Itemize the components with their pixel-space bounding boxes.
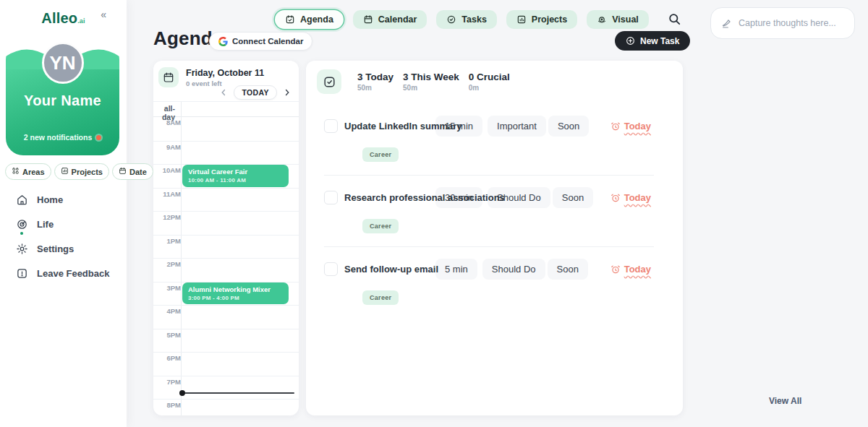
task-row: Update LinkedIn summary15 minImportantSo… [306,104,683,175]
check-square-icon [317,69,341,94]
hour-row[interactable]: 11AM [153,188,299,212]
calendar-panel: Friday, October 11 0 event left TODAY al… [153,61,299,415]
tab-agenda[interactable]: Agenda [275,10,344,29]
stats-groups: 3 Today50m3 This Week50m0 Crucial0m [348,72,510,92]
event-time: 3:00 PM - 4:00 PM [188,295,283,301]
stat-label: 3 Today [357,72,393,82]
hour-row[interactable]: 6PM [153,352,299,376]
task-title[interactable]: Research professional associations [344,192,432,203]
logo-suffix: .ai [77,17,85,25]
hour-label: 1PM [156,237,181,245]
notifications-link[interactable]: 2 new notifications [6,133,119,142]
task-tag[interactable]: Career [362,290,399,305]
now-line [179,392,294,394]
sidebar-item-life[interactable]: Life [0,212,127,236]
hour-row[interactable]: 9AM [153,141,299,165]
new-task-label: New Task [640,36,679,46]
task-priority-pill[interactable]: Important [488,116,546,137]
calendar-event[interactable]: Alumni Networking Mixer3:00 PM - 4:00 PM [182,282,289,305]
hour-row[interactable]: 4PM [153,305,299,329]
tab-visual[interactable]: Visual [587,10,649,29]
task-row: Send follow-up email5 minShould DoSoonTo… [306,247,683,318]
target-icon [16,218,28,230]
task-title[interactable]: Update LinkedIn summary [344,121,432,131]
calendar-header-icon [158,67,179,87]
hour-label: 3PM [156,284,181,292]
projects-chart-icon [61,167,69,176]
hour-label: 8AM [156,118,181,126]
sidebar-collapse-icon[interactable]: « [101,9,106,20]
event-title: Virtual Career Fair [188,168,283,176]
connect-calendar-button[interactable]: Connect Calendar [209,32,312,51]
filter-pill-date[interactable]: Date [112,163,153,180]
hour-label: 7PM [156,378,181,386]
stats-row: 3 Today50m3 This Week50m0 Crucial0m [317,69,510,94]
task-urgency-pill[interactable]: Soon [548,259,588,280]
capture-thoughts-input[interactable] [739,18,847,28]
task-checkbox[interactable] [324,119,338,133]
task-checkbox[interactable] [324,191,338,204]
home-icon [16,194,28,206]
hour-row[interactable]: 12PM [153,211,299,235]
profile-card: YN Your Name 2 new notifications [6,42,119,155]
sidebar-item-home[interactable]: Home [0,188,127,212]
hour-row[interactable]: 8PM [153,399,299,415]
logo: Alleo.ai [0,10,127,27]
tab-calendar[interactable]: Calendar [353,10,427,29]
avatar[interactable]: YN [42,42,84,84]
chevron-left-icon[interactable] [218,87,229,98]
task-tag[interactable]: Career [362,219,399,233]
tab-tasks[interactable]: Tasks [436,10,497,29]
chevron-right-icon[interactable] [282,87,292,98]
calendar-nav: TODAY [218,85,292,100]
calendar-event[interactable]: Virtual Career Fair10:00 AM - 11:00 AM [182,165,289,187]
task-urgency-pill[interactable]: Soon [553,187,593,208]
sidebar-nav: HomeLifeSettingsLeave Feedback [0,188,127,286]
task-title[interactable]: Send follow-up email [344,264,432,275]
today-button[interactable]: TODAY [234,85,277,100]
search-icon[interactable] [668,12,684,28]
task-urgency-pill[interactable]: Soon [548,116,589,137]
plus-circle-icon [626,36,635,46]
alarm-icon [610,193,621,203]
calendar-grid: all-day 8AM9AM10AM11AM12PM1PM2PM3PM4PM5P… [153,101,299,415]
sidebar-item-label: Settings [37,243,74,254]
task-row: Research professional associations30 min… [306,176,683,246]
agenda-icon [285,14,295,25]
pen-icon [721,17,733,29]
task-checkbox[interactable] [324,262,338,276]
new-task-button[interactable]: New Task [615,31,690,51]
hour-label: 12PM [156,213,181,221]
hour-row[interactable]: 2PM [153,258,299,282]
sidebar-item-leave-feedback[interactable]: Leave Feedback [0,262,127,285]
hour-row[interactable]: 5PM [153,329,299,353]
calendar-events-left: 0 event left [186,79,222,87]
tab-projects[interactable]: Projects [506,10,577,29]
hour-label: 9AM [156,143,181,151]
sidebar-item-settings[interactable]: Settings [0,237,127,261]
stat-group: 3 This Week50m [403,72,459,92]
filter-pill-projects[interactable]: Projects [54,163,109,180]
task-due-label: Today [624,264,651,275]
task-priority-pill[interactable]: Should Do [482,259,545,280]
sidebar-item-label: Life [37,219,54,230]
filter-pill-label: Date [129,168,147,176]
all-day-row: all-day [153,102,299,117]
calendar-date-title: Friday, October 11 [186,68,264,78]
hour-row[interactable]: 7PM [153,376,299,400]
stat-group: 0 Crucial0m [469,72,510,92]
hour-label: 8PM [156,401,181,409]
tab-label: Projects [532,14,567,25]
stat-label: 3 This Week [403,72,459,82]
hour-row[interactable]: 1PM [153,235,299,259]
task-tag[interactable]: Career [362,147,399,162]
task-due-date[interactable]: Today [610,192,651,203]
task-due-date[interactable]: Today [610,121,651,131]
task-due-date[interactable]: Today [610,264,651,275]
filter-pill-areas[interactable]: Areas [5,163,51,180]
notification-dot-icon [96,135,101,140]
filter-pills: AreasProjectsDate [5,163,122,180]
hour-row[interactable]: 8AM [153,117,299,141]
task-duration-pill[interactable]: 5 min [435,259,477,280]
view-all-link[interactable]: View All [769,396,801,406]
